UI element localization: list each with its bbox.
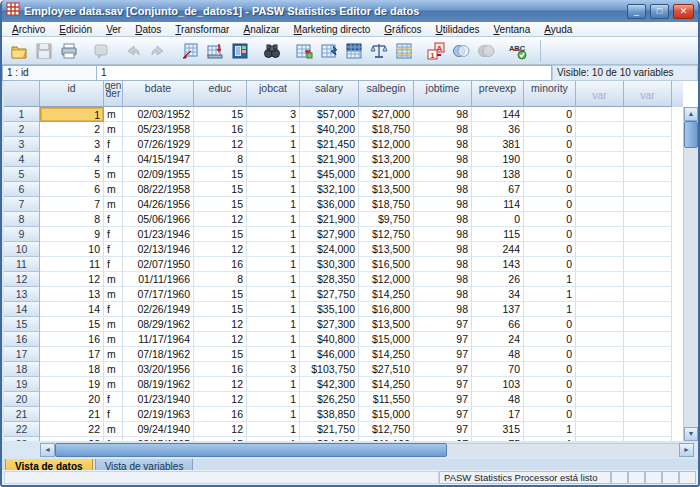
cell-educ-row14[interactable]: 15: [194, 302, 247, 317]
cell-jobtime-row12[interactable]: 98: [414, 272, 472, 287]
menu-archivo[interactable]: Archivo: [5, 23, 52, 36]
cell-salary-row1[interactable]: $57,000: [300, 107, 359, 122]
scroll-right-button[interactable]: ►: [679, 443, 694, 457]
row-header-3[interactable]: 3: [4, 137, 40, 152]
cell-id-row18[interactable]: 18: [40, 362, 104, 377]
cell-jobcat-row22[interactable]: 1: [247, 422, 300, 437]
cell-bdate-row17[interactable]: 07/18/1962: [123, 347, 194, 362]
cell-salbegin-row3[interactable]: $12,000: [359, 137, 414, 152]
menu-transformar[interactable]: Transformar: [168, 23, 236, 36]
cell-gender-row16[interactable]: m: [104, 332, 123, 347]
cell-gender-row1[interactable]: m: [104, 107, 123, 122]
row-header-12[interactable]: 12: [4, 272, 40, 287]
cell-jobtime-row18[interactable]: 97: [414, 362, 472, 377]
cell-var1-row7[interactable]: [576, 197, 624, 212]
cell-salbegin-row14[interactable]: $16,800: [359, 302, 414, 317]
cell-gender-row6[interactable]: m: [104, 182, 123, 197]
cell-bdate-row3[interactable]: 07/26/1929: [123, 137, 194, 152]
vertical-scrollbar[interactable]: ▲ ▼: [683, 107, 698, 441]
cell-jobcat-row15[interactable]: 1: [247, 317, 300, 332]
column-header-var1[interactable]: var: [576, 81, 624, 107]
column-header-bdate[interactable]: bdate: [123, 81, 194, 107]
cell-minority-row20[interactable]: 0: [524, 392, 576, 407]
cell-var2-row22[interactable]: [624, 422, 672, 437]
save-button[interactable]: [31, 39, 56, 63]
cell-jobtime-row8[interactable]: 98: [414, 212, 472, 227]
cell-gender-row19[interactable]: m: [104, 377, 123, 392]
cell-salbegin-row20[interactable]: $11,550: [359, 392, 414, 407]
cell-jobtime-row22[interactable]: 97: [414, 422, 472, 437]
cell-minority-row4[interactable]: 0: [524, 152, 576, 167]
cell-prevexp-row23[interactable]: 75: [472, 437, 524, 441]
recall-dialogs-button[interactable]: [88, 39, 113, 63]
cell-salbegin-row5[interactable]: $21,000: [359, 167, 414, 182]
cell-jobtime-row9[interactable]: 98: [414, 227, 472, 242]
cell-prevexp-row1[interactable]: 144: [472, 107, 524, 122]
cell-minority-row21[interactable]: 0: [524, 407, 576, 422]
cell-var1-row12[interactable]: [576, 272, 624, 287]
cell-prevexp-row7[interactable]: 114: [472, 197, 524, 212]
cell-var2-row5[interactable]: [624, 167, 672, 182]
cell-salbegin-row17[interactable]: $14,250: [359, 347, 414, 362]
cell-jobtime-row17[interactable]: 97: [414, 347, 472, 362]
cell-var1-row4[interactable]: [576, 152, 624, 167]
cell-gender-row23[interactable]: f: [104, 437, 123, 441]
cell-jobcat-row21[interactable]: 1: [247, 407, 300, 422]
cell-var2-row6[interactable]: [624, 182, 672, 197]
cell-var1-row2[interactable]: [576, 122, 624, 137]
cell-prevexp-row10[interactable]: 244: [472, 242, 524, 257]
cell-id-row23[interactable]: 23: [40, 437, 104, 441]
cell-bdate-row12[interactable]: 01/11/1966: [123, 272, 194, 287]
cell-var1-row9[interactable]: [576, 227, 624, 242]
split-file-button[interactable]: [341, 39, 366, 63]
cell-salbegin-row16[interactable]: $15,000: [359, 332, 414, 347]
cell-id-row5[interactable]: 5: [40, 167, 104, 182]
go-to-variable-button[interactable]: [202, 39, 227, 63]
cell-gender-row11[interactable]: f: [104, 257, 123, 272]
cell-minority-row12[interactable]: 1: [524, 272, 576, 287]
cell-salary-row15[interactable]: $27,300: [300, 317, 359, 332]
cell-jobcat-row12[interactable]: 1: [247, 272, 300, 287]
cell-bdate-row19[interactable]: 08/19/1962: [123, 377, 194, 392]
cell-var1-row10[interactable]: [576, 242, 624, 257]
column-header-salbegin[interactable]: salbegin: [359, 81, 414, 107]
cell-salbegin-row4[interactable]: $13,200: [359, 152, 414, 167]
cell-jobcat-row17[interactable]: 1: [247, 347, 300, 362]
cell-salbegin-row7[interactable]: $18,750: [359, 197, 414, 212]
cell-var1-row18[interactable]: [576, 362, 624, 377]
cell-gender-row21[interactable]: f: [104, 407, 123, 422]
cell-educ-row15[interactable]: 12: [194, 317, 247, 332]
cell-gender-row2[interactable]: m: [104, 122, 123, 137]
cell-var2-row10[interactable]: [624, 242, 672, 257]
cell-salbegin-row12[interactable]: $12,000: [359, 272, 414, 287]
cell-salbegin-row23[interactable]: $11,100: [359, 437, 414, 441]
close-button[interactable]: ✕: [673, 4, 694, 19]
cell-jobcat-row19[interactable]: 1: [247, 377, 300, 392]
cell-var1-row1[interactable]: [576, 107, 624, 122]
cell-var1-row17[interactable]: [576, 347, 624, 362]
cell-bdate-row18[interactable]: 03/20/1956: [123, 362, 194, 377]
cell-jobtime-row14[interactable]: 98: [414, 302, 472, 317]
cell-id-row4[interactable]: 4: [40, 152, 104, 167]
cell-var2-row17[interactable]: [624, 347, 672, 362]
cell-gender-row8[interactable]: f: [104, 212, 123, 227]
cell-prevexp-row5[interactable]: 138: [472, 167, 524, 182]
cell-var2-row4[interactable]: [624, 152, 672, 167]
cell-minority-row8[interactable]: 0: [524, 212, 576, 227]
row-header-6[interactable]: 6: [4, 182, 40, 197]
cell-var1-row21[interactable]: [576, 407, 624, 422]
cell-jobcat-row14[interactable]: 1: [247, 302, 300, 317]
cell-educ-row19[interactable]: 12: [194, 377, 247, 392]
cell-prevexp-row14[interactable]: 137: [472, 302, 524, 317]
menu-datos[interactable]: Datos: [128, 23, 168, 36]
cell-var2-row9[interactable]: [624, 227, 672, 242]
cell-jobtime-row19[interactable]: 97: [414, 377, 472, 392]
cell-salbegin-row1[interactable]: $27,000: [359, 107, 414, 122]
cell-var2-row16[interactable]: [624, 332, 672, 347]
cell-var2-row13[interactable]: [624, 287, 672, 302]
cell-educ-row10[interactable]: 12: [194, 242, 247, 257]
cell-bdate-row22[interactable]: 09/24/1940: [123, 422, 194, 437]
cell-salbegin-row19[interactable]: $14,250: [359, 377, 414, 392]
value-labels-button[interactable]: A1: [423, 39, 448, 63]
cell-var2-row15[interactable]: [624, 317, 672, 332]
